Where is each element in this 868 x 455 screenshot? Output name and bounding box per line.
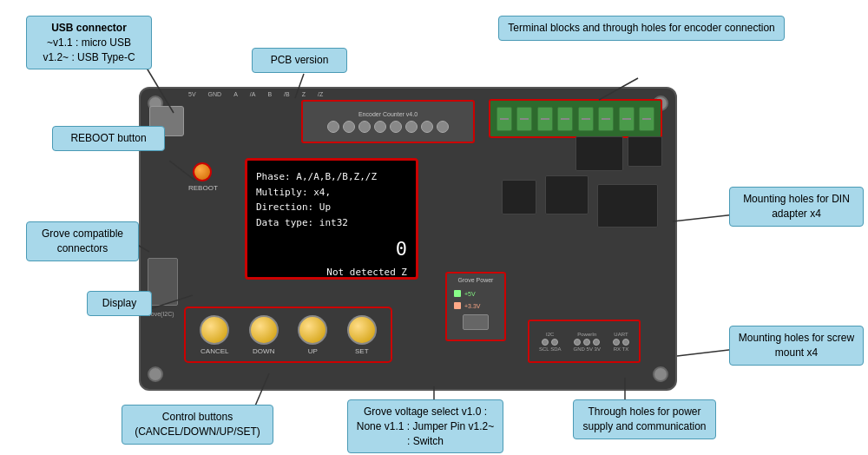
set-button-ctrl[interactable]: SET	[347, 315, 377, 355]
mounting-holes-din-annotation: Mounting holes for DIN adapter x4	[729, 187, 864, 227]
mount-hole-br	[653, 366, 668, 382]
oled-display: Phase: A,/A,B,/B,Z,/Z Multiply: x4, Dire…	[245, 158, 418, 280]
ic-chip-5	[502, 180, 536, 214]
terminal-1	[496, 107, 512, 131]
power-comm-holes: I2C SCL SDA PowerIn GND 5V 3V UART RX TX	[528, 320, 641, 363]
mounting-holes-screw-annotation: Mounting holes for screw mount x4	[729, 326, 864, 366]
switch-component[interactable]	[463, 314, 489, 330]
ic-chip-1	[575, 136, 623, 171]
down-button-ctrl[interactable]: DOWN	[249, 315, 279, 355]
encoder-terminal-annotation: Terminal blocks and through holes for en…	[498, 16, 785, 41]
cancel-button-ctrl[interactable]: CANCEL	[200, 315, 229, 355]
usb-connector-annotation: USB connector ~v1.1 : micro USB v1.2~ : …	[26, 16, 152, 69]
power-comm-holes-annotation: Through holes for power supply and commu…	[573, 399, 716, 439]
display-annotation: Display	[87, 291, 152, 316]
terminal-8	[639, 107, 654, 131]
grove-voltage-annotation: Grove voltage select v1.0 : None v1.1 : …	[347, 399, 503, 453]
pin-labels-top: 5V GND A /A B /B Z /Z	[188, 91, 323, 97]
reboot-label: REBOOT	[188, 184, 218, 192]
terminal-5	[578, 107, 594, 131]
grove-power-select: Grove Power +5V +3.3V	[445, 272, 506, 341]
pcb-board: 5V GND A /A B /B Z /Z Encoder Counter v4…	[139, 87, 677, 391]
terminal-7	[619, 107, 635, 131]
grove-connector	[148, 258, 178, 306]
reboot-button[interactable]	[193, 162, 212, 181]
ic-chip-2	[628, 136, 662, 167]
terminal-3	[537, 107, 553, 131]
terminal-6	[598, 107, 614, 131]
ic-chip-4	[545, 175, 589, 214]
grove-connectors-annotation: Grove compatible connectors	[26, 221, 139, 261]
up-button-ctrl[interactable]: UP	[298, 315, 327, 355]
control-buttons-annotation: Control buttons (CANCEL/DOWN/UP/SET)	[122, 405, 273, 445]
pcb-version-area: Encoder Counter v4.0	[301, 100, 475, 143]
mount-hole-bl	[148, 366, 163, 382]
terminal-4	[557, 107, 573, 131]
encoder-terminals	[489, 99, 662, 138]
pcb-version-annotation: PCB version	[252, 48, 347, 73]
terminal-2	[516, 107, 532, 131]
grove-power-label: Grove Power	[447, 274, 504, 283]
reboot-button-annotation: REBOOT button	[52, 126, 165, 151]
control-buttons-area: CANCEL DOWN UP SET	[184, 307, 392, 363]
ic-chip-3	[597, 184, 658, 228]
